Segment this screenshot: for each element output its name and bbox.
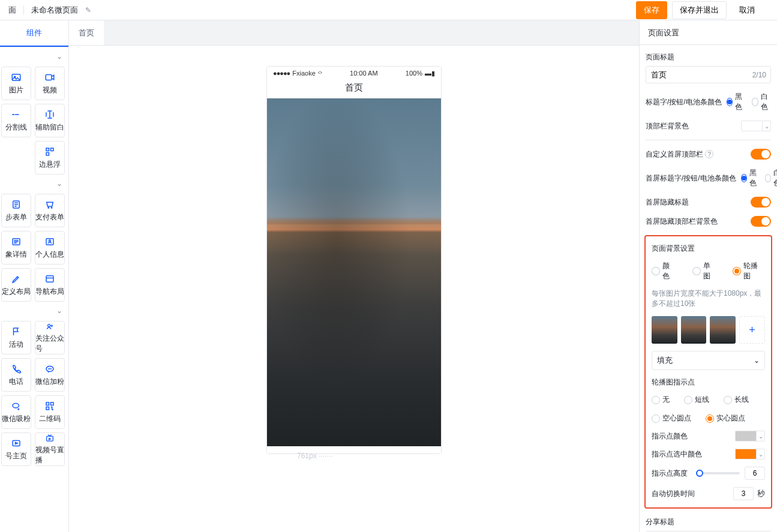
comp-image[interactable]: 图片 bbox=[1, 67, 31, 100]
canvas-tab-home[interactable]: 首页 bbox=[69, 20, 104, 45]
slider-handle[interactable] bbox=[696, 470, 703, 477]
radio-single[interactable]: 单图 bbox=[692, 261, 718, 281]
label: 指示点颜色 bbox=[652, 431, 688, 441]
svg-rect-2 bbox=[46, 74, 52, 80]
color-picker[interactable]: ⌄ bbox=[741, 121, 771, 131]
label: 页面标题 bbox=[646, 52, 771, 62]
tab-components[interactable]: 组件 bbox=[0, 20, 68, 47]
fill-mode-select[interactable]: 填充⌄ bbox=[652, 351, 765, 370]
radio-black[interactable]: 黑色 bbox=[727, 92, 746, 112]
radio-ind-none[interactable]: 无 bbox=[652, 395, 670, 405]
section-toggle[interactable]: ⌄ bbox=[0, 47, 68, 65]
radio-label: 无 bbox=[662, 395, 670, 405]
radio-ind-hollow[interactable]: 空心圆点 bbox=[652, 413, 691, 423]
comp-activity[interactable]: 活动 bbox=[1, 321, 31, 354]
section-toggle[interactable]: ⌄ bbox=[0, 175, 68, 193]
comp-label: 视频 bbox=[43, 85, 57, 95]
help-icon[interactable]: ? bbox=[705, 150, 713, 158]
comp-detail[interactable]: 象详情 bbox=[1, 231, 31, 265]
comp-grid-forms: 步表单 支付表单 象详情 个人信息 定义布局 导航布局 bbox=[0, 193, 68, 302]
svg-point-7 bbox=[48, 207, 49, 208]
divider bbox=[646, 140, 771, 140]
label: 自动切换时间 bbox=[652, 489, 695, 499]
detail-icon bbox=[11, 236, 22, 247]
divider-icon bbox=[11, 109, 22, 120]
phone-icon bbox=[11, 363, 22, 374]
comp-divider[interactable]: 分割线 bbox=[1, 104, 31, 137]
save-exit-button[interactable]: 保存并退出 bbox=[672, 1, 727, 19]
comp-wechat[interactable]: 微信加粉 bbox=[35, 358, 65, 392]
switch-custom-first[interactable] bbox=[751, 149, 771, 160]
cart-icon bbox=[44, 199, 55, 210]
comp-label: 象详情 bbox=[5, 250, 27, 260]
height-input[interactable] bbox=[745, 467, 765, 480]
thumb-3[interactable] bbox=[710, 316, 736, 344]
save-button[interactable]: 保存 bbox=[636, 1, 667, 19]
radio-color[interactable]: 颜色 bbox=[652, 261, 677, 281]
radio-white[interactable]: 白色 bbox=[765, 168, 777, 188]
switch-hide-title[interactable] bbox=[751, 197, 771, 208]
radio-label: 长线 bbox=[734, 395, 749, 405]
chevron-down-icon: ⌄ bbox=[56, 306, 62, 315]
radio-label: 实心圆点 bbox=[716, 413, 745, 423]
chevron-down-icon: ⌄ bbox=[56, 52, 62, 61]
field-ind-active-color: 指示点选中颜色 ⌄ bbox=[652, 449, 765, 459]
phone-preview[interactable]: ●●●●● Fxiaoke ⌔ 10:00 AM 100% ▬▮ 首页 bbox=[266, 66, 442, 454]
comp-pay-form[interactable]: 支付表单 bbox=[35, 194, 65, 227]
thumb-1[interactable] bbox=[652, 316, 677, 344]
comp-video[interactable]: 视频 bbox=[35, 67, 65, 100]
comp-channel-home[interactable]: 号主页 bbox=[1, 432, 31, 466]
svg-rect-18 bbox=[51, 402, 54, 405]
edit-icon[interactable]: ✎ bbox=[85, 6, 91, 14]
svg-rect-4 bbox=[46, 152, 49, 155]
comp-nav-layout[interactable]: 导航布局 bbox=[35, 268, 65, 302]
sidebar-section-forms: ⌄ 步表单 支付表单 象详情 个人信息 定义布局 导航布局 bbox=[0, 175, 68, 302]
label: 首屏标题字/按钮/电池条颜色 bbox=[646, 173, 736, 184]
comp-label: 号主页 bbox=[5, 451, 27, 461]
field-ind-height: 指示点高度 bbox=[652, 467, 765, 480]
settings-panel: 页面设置 页面标题 2/10 标题字/按钮/电池条颜色 黑色 白色 顶部栏背景色… bbox=[639, 20, 777, 532]
add-thumb-button[interactable]: + bbox=[739, 316, 765, 344]
radio-ind-short[interactable]: 短线 bbox=[684, 395, 709, 405]
comp-step-form[interactable]: 步表单 bbox=[1, 194, 31, 227]
radio-ind-long[interactable]: 长线 bbox=[724, 395, 749, 405]
radio-label: 黑色 bbox=[749, 168, 759, 188]
form-icon bbox=[11, 199, 22, 210]
comp-label: 关注公众号 bbox=[35, 333, 64, 354]
comp-profile[interactable]: 个人信息 bbox=[35, 231, 65, 265]
canvas-tabs: 首页 bbox=[69, 20, 639, 46]
radio-white[interactable]: 白色 bbox=[752, 92, 771, 112]
comp-qrcode[interactable]: 二维码 bbox=[35, 395, 65, 429]
slider-row bbox=[698, 467, 765, 480]
radio-ind-solid[interactable]: 实心圆点 bbox=[706, 413, 745, 423]
section-toggle[interactable]: ⌄ bbox=[0, 302, 68, 320]
radio-black[interactable]: 黑色 bbox=[741, 168, 759, 188]
comp-custom-layout[interactable]: 定义布局 bbox=[1, 268, 31, 302]
wifi-icon: ⌔ bbox=[318, 70, 322, 77]
field-first-hide-bg: 首屏隐藏顶部栏背景色 bbox=[646, 216, 771, 227]
field-first-title-color: 首屏标题字/按钮/电池条颜色 黑色 白色 bbox=[646, 168, 771, 188]
auto-switch-input[interactable] bbox=[733, 487, 754, 500]
comp-spacer[interactable]: 辅助留白 bbox=[35, 104, 65, 137]
cancel-button[interactable]: 取消 bbox=[731, 1, 763, 19]
comp-float[interactable]: 边悬浮 bbox=[35, 141, 65, 175]
canvas-body: 761px ······· ●●●●● Fxiaoke ⌔ 10:00 AM 1… bbox=[69, 46, 639, 532]
color-picker[interactable]: ⌄ bbox=[735, 431, 765, 441]
comp-channel-live[interactable]: 视频号直播 bbox=[35, 432, 65, 466]
channel-icon bbox=[11, 438, 22, 449]
battery-pct: 100% bbox=[406, 70, 422, 77]
comp-wechat-fans[interactable]: 微信吸粉 bbox=[1, 395, 31, 429]
color-picker[interactable]: ⌄ bbox=[735, 449, 765, 459]
thumb-2[interactable] bbox=[681, 316, 707, 344]
comp-label: 电话 bbox=[9, 377, 23, 387]
label: 指示点选中颜色 bbox=[652, 449, 702, 459]
edit-layout-icon bbox=[11, 273, 22, 284]
radio-label: 白色 bbox=[761, 92, 771, 112]
comp-phone[interactable]: 电话 bbox=[1, 358, 31, 392]
height-slider[interactable] bbox=[698, 472, 740, 474]
comp-follow[interactable]: 关注公众号 bbox=[35, 321, 65, 354]
switch-hide-bg[interactable] bbox=[751, 216, 771, 227]
spacer-icon bbox=[44, 109, 55, 120]
label: 顶部栏背景色 bbox=[646, 121, 689, 131]
radio-carousel[interactable]: 轮播图 bbox=[733, 261, 765, 281]
